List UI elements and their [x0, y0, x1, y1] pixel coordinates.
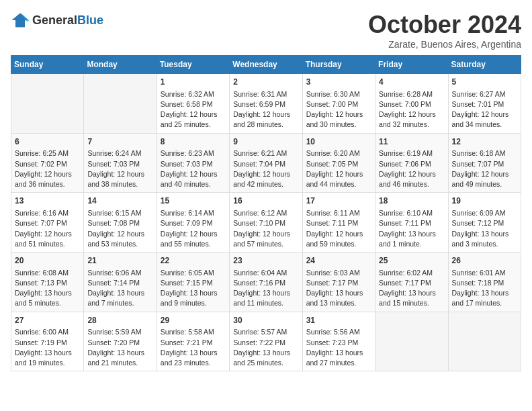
day-info: Sunrise: 6:03 AM Sunset: 7:17 PM Dayligh… — [306, 268, 371, 309]
day-number: 29 — [161, 315, 226, 326]
location: Zarate, Buenos Aires, Argentina — [368, 39, 521, 50]
day-number: 22 — [161, 255, 226, 267]
weekday-header-tuesday: Tuesday — [157, 56, 229, 74]
calendar-cell: 16Sunrise: 6:12 AM Sunset: 7:10 PM Dayli… — [230, 193, 302, 253]
day-number: 24 — [306, 255, 371, 267]
day-info: Sunrise: 5:57 AM Sunset: 7:22 PM Dayligh… — [233, 327, 298, 368]
day-info: Sunrise: 6:08 AM Sunset: 7:13 PM Dayligh… — [15, 268, 80, 309]
weekday-header-saturday: Saturday — [448, 56, 521, 74]
day-info: Sunrise: 6:09 AM Sunset: 7:12 PM Dayligh… — [452, 208, 517, 249]
day-info: Sunrise: 6:02 AM Sunset: 7:17 PM Dayligh… — [379, 268, 444, 309]
week-row-3: 13Sunrise: 6:16 AM Sunset: 7:07 PM Dayli… — [11, 193, 521, 253]
calendar-cell: 17Sunrise: 6:11 AM Sunset: 7:11 PM Dayli… — [302, 193, 375, 253]
day-number: 3 — [306, 77, 371, 88]
day-number: 14 — [87, 195, 152, 207]
day-info: Sunrise: 6:05 AM Sunset: 7:15 PM Dayligh… — [161, 268, 226, 309]
day-number: 30 — [233, 315, 298, 326]
calendar-cell: 29Sunrise: 5:58 AM Sunset: 7:21 PM Dayli… — [157, 312, 229, 371]
day-info: Sunrise: 6:14 AM Sunset: 7:09 PM Dayligh… — [161, 208, 226, 249]
calendar-table: SundayMondayTuesdayWednesdayThursdayFrid… — [11, 55, 521, 371]
week-row-1: 1Sunrise: 6:32 AM Sunset: 6:58 PM Daylig… — [11, 74, 521, 134]
calendar-cell: 31Sunrise: 5:56 AM Sunset: 7:23 PM Dayli… — [302, 312, 375, 371]
calendar-cell: 4Sunrise: 6:28 AM Sunset: 7:00 PM Daylig… — [375, 74, 448, 134]
calendar-cell: 9Sunrise: 6:21 AM Sunset: 7:04 PM Daylig… — [230, 133, 302, 193]
calendar-cell: 3Sunrise: 6:30 AM Sunset: 7:00 PM Daylig… — [302, 74, 375, 134]
calendar-cell — [11, 74, 84, 134]
day-number: 23 — [233, 255, 298, 267]
day-info: Sunrise: 6:25 AM Sunset: 7:02 PM Dayligh… — [15, 148, 80, 189]
day-info: Sunrise: 5:58 AM Sunset: 7:21 PM Dayligh… — [161, 327, 226, 368]
calendar-cell: 28Sunrise: 5:59 AM Sunset: 7:20 PM Dayli… — [84, 312, 157, 371]
day-info: Sunrise: 5:59 AM Sunset: 7:20 PM Dayligh… — [87, 327, 152, 368]
calendar-cell: 30Sunrise: 5:57 AM Sunset: 7:22 PM Dayli… — [230, 312, 302, 371]
day-info: Sunrise: 6:10 AM Sunset: 7:11 PM Dayligh… — [379, 208, 444, 249]
calendar-cell: 26Sunrise: 6:01 AM Sunset: 7:18 PM Dayli… — [448, 253, 521, 312]
day-info: Sunrise: 6:30 AM Sunset: 7:00 PM Dayligh… — [306, 89, 371, 130]
day-info: Sunrise: 5:56 AM Sunset: 7:23 PM Dayligh… — [306, 327, 371, 368]
weekday-header-row: SundayMondayTuesdayWednesdayThursdayFrid… — [11, 56, 521, 74]
day-number: 8 — [161, 136, 226, 148]
day-number: 12 — [452, 136, 517, 148]
day-number: 15 — [161, 195, 226, 207]
day-number: 10 — [306, 136, 371, 148]
calendar-cell: 13Sunrise: 6:16 AM Sunset: 7:07 PM Dayli… — [11, 193, 84, 253]
day-number: 7 — [87, 136, 152, 148]
day-info: Sunrise: 6:11 AM Sunset: 7:11 PM Dayligh… — [306, 208, 371, 249]
weekday-header-friday: Friday — [375, 56, 448, 74]
day-number: 18 — [379, 195, 444, 207]
calendar-cell: 27Sunrise: 6:00 AM Sunset: 7:19 PM Dayli… — [11, 312, 84, 371]
day-number: 13 — [15, 195, 80, 207]
day-number: 27 — [15, 315, 80, 326]
page-header: GeneralBlue October 2024 Zarate, Buenos … — [11, 11, 521, 50]
day-info: Sunrise: 6:04 AM Sunset: 7:16 PM Dayligh… — [233, 268, 298, 309]
calendar-cell: 14Sunrise: 6:15 AM Sunset: 7:08 PM Dayli… — [84, 193, 157, 253]
logo: GeneralBlue — [11, 11, 103, 30]
calendar-cell: 11Sunrise: 6:19 AM Sunset: 7:06 PM Dayli… — [375, 133, 448, 193]
calendar-cell: 5Sunrise: 6:27 AM Sunset: 7:01 PM Daylig… — [448, 74, 521, 134]
day-info: Sunrise: 6:00 AM Sunset: 7:19 PM Dayligh… — [15, 327, 80, 368]
weekday-header-thursday: Thursday — [302, 56, 375, 74]
day-info: Sunrise: 6:12 AM Sunset: 7:10 PM Dayligh… — [233, 208, 298, 249]
title-block: October 2024 Zarate, Buenos Aires, Argen… — [368, 11, 521, 50]
calendar-body: 1Sunrise: 6:32 AM Sunset: 6:58 PM Daylig… — [11, 74, 521, 371]
day-info: Sunrise: 6:15 AM Sunset: 7:08 PM Dayligh… — [87, 208, 152, 249]
day-info: Sunrise: 6:23 AM Sunset: 7:03 PM Dayligh… — [161, 148, 226, 189]
day-number: 20 — [15, 255, 80, 267]
day-number: 31 — [306, 315, 371, 326]
calendar-cell: 15Sunrise: 6:14 AM Sunset: 7:09 PM Dayli… — [157, 193, 229, 253]
calendar-header: SundayMondayTuesdayWednesdayThursdayFrid… — [11, 56, 521, 74]
weekday-header-wednesday: Wednesday — [230, 56, 302, 74]
day-info: Sunrise: 6:20 AM Sunset: 7:05 PM Dayligh… — [306, 148, 371, 189]
day-number: 16 — [233, 195, 298, 207]
week-row-2: 6Sunrise: 6:25 AM Sunset: 7:02 PM Daylig… — [11, 133, 521, 193]
calendar-cell: 1Sunrise: 6:32 AM Sunset: 6:58 PM Daylig… — [157, 74, 229, 134]
week-row-5: 27Sunrise: 6:00 AM Sunset: 7:19 PM Dayli… — [11, 312, 521, 371]
calendar-cell: 22Sunrise: 6:05 AM Sunset: 7:15 PM Dayli… — [157, 253, 229, 312]
day-number: 17 — [306, 195, 371, 207]
day-info: Sunrise: 6:19 AM Sunset: 7:06 PM Dayligh… — [379, 148, 444, 189]
calendar-cell: 6Sunrise: 6:25 AM Sunset: 7:02 PM Daylig… — [11, 133, 84, 193]
weekday-header-monday: Monday — [84, 56, 157, 74]
day-number: 26 — [452, 255, 517, 267]
calendar-cell: 19Sunrise: 6:09 AM Sunset: 7:12 PM Dayli… — [448, 193, 521, 253]
day-number: 2 — [233, 77, 298, 88]
day-number: 11 — [379, 136, 444, 148]
logo-icon — [11, 11, 30, 30]
day-number: 6 — [15, 136, 80, 148]
calendar-cell: 12Sunrise: 6:18 AM Sunset: 7:07 PM Dayli… — [448, 133, 521, 193]
calendar-cell: 7Sunrise: 6:24 AM Sunset: 7:03 PM Daylig… — [84, 133, 157, 193]
calendar-cell: 25Sunrise: 6:02 AM Sunset: 7:17 PM Dayli… — [375, 253, 448, 312]
calendar-cell: 20Sunrise: 6:08 AM Sunset: 7:13 PM Dayli… — [11, 253, 84, 312]
calendar-cell: 23Sunrise: 6:04 AM Sunset: 7:16 PM Dayli… — [230, 253, 302, 312]
day-info: Sunrise: 6:27 AM Sunset: 7:01 PM Dayligh… — [452, 89, 517, 130]
calendar-cell: 18Sunrise: 6:10 AM Sunset: 7:11 PM Dayli… — [375, 193, 448, 253]
day-info: Sunrise: 6:06 AM Sunset: 7:14 PM Dayligh… — [87, 268, 152, 309]
day-info: Sunrise: 6:24 AM Sunset: 7:03 PM Dayligh… — [87, 148, 152, 189]
day-number: 1 — [161, 77, 226, 88]
day-info: Sunrise: 6:28 AM Sunset: 7:00 PM Dayligh… — [379, 89, 444, 130]
calendar-cell: 21Sunrise: 6:06 AM Sunset: 7:14 PM Dayli… — [84, 253, 157, 312]
day-number: 4 — [379, 77, 444, 88]
day-info: Sunrise: 6:31 AM Sunset: 6:59 PM Dayligh… — [233, 89, 298, 130]
day-number: 25 — [379, 255, 444, 267]
calendar-cell: 10Sunrise: 6:20 AM Sunset: 7:05 PM Dayli… — [302, 133, 375, 193]
